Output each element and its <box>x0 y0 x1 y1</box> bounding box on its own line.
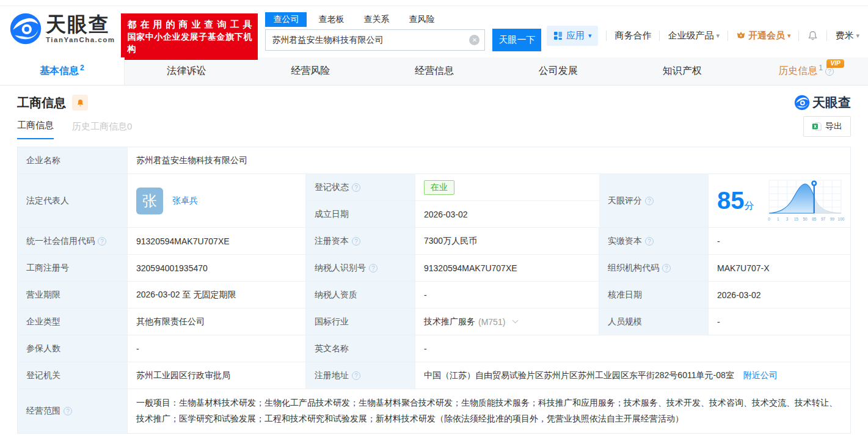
field-label-organization-code: 组织机构代码 ? <box>599 255 709 282</box>
avatar[interactable]: 张 <box>136 188 163 214</box>
field-label-insured-count: 参保人数 <box>18 335 128 362</box>
tab-business-info-label: 经营信息 <box>415 65 454 78</box>
label-text: 核准日期 <box>608 290 642 301</box>
watermark-logo-icon <box>794 95 810 111</box>
field-label-approval-date: 核准日期 <box>599 282 709 308</box>
label-text: 注册资本 <box>315 236 349 247</box>
table-row: 企业名称 苏州君益安生物科技有限公司 <box>18 147 850 174</box>
field-label-establishment-date: 成立日期 <box>306 201 415 228</box>
nav-enterprise-products[interactable]: 企业级产品 ▾ <box>668 30 720 42</box>
tab-business-risk[interactable]: 经营风险 <box>249 57 373 85</box>
help-icon[interactable]: ? <box>98 237 106 246</box>
legal-representative-link[interactable]: 张卓兵 <box>172 195 198 206</box>
value-text: - <box>136 344 139 354</box>
watermark-logo-text: 天眼查 <box>812 94 851 111</box>
brand-logo-icon <box>9 12 42 45</box>
value-text: 苏州君益安生物科技有限公司 <box>136 155 247 166</box>
subtab-history-registration-info[interactable]: 历史工商信息0 <box>72 121 132 139</box>
chevron-down-icon[interactable] <box>512 317 519 323</box>
label-text: 营业期限 <box>26 290 60 301</box>
tab-business-info[interactable]: 经营信息 <box>373 57 497 85</box>
apps-menu-label: 应用 <box>566 30 585 42</box>
nav-open-vip[interactable]: 开通会员 ▾ <box>736 30 791 42</box>
search-input[interactable] <box>265 29 485 51</box>
label-text: 企业类型 <box>26 316 60 327</box>
bell-icon <box>807 30 819 42</box>
field-label-registration-number: 工商注册号 <box>18 255 128 282</box>
tab-company-development[interactable]: 公司发展 <box>496 57 620 85</box>
help-icon[interactable]: ? <box>825 67 834 76</box>
field-label-business-term: 营业期限 <box>18 282 128 308</box>
field-value-company-name: 苏州君益安生物科技有限公司 <box>128 147 850 174</box>
notification-bell[interactable] <box>807 30 819 42</box>
label-text: 企业名称 <box>26 155 60 166</box>
value-text: 91320594MAK7U707XE <box>424 263 517 273</box>
nav-business-coop[interactable]: 商务合作 <box>615 30 651 42</box>
help-icon[interactable]: ? <box>64 407 72 415</box>
help-icon[interactable]: ? <box>352 183 360 192</box>
tab-history-info[interactable]: VIP 历史信息 1 ? <box>744 57 868 85</box>
header: 天眼查 TianYanCha.com 都在用的商业查询工具 国家中小企业发展子基… <box>0 6 868 55</box>
value-text: - <box>717 317 720 327</box>
search-area: 查公司 查老板 查关系 查风险 ✕ 天眼一下 <box>265 12 541 51</box>
score-unit: 分 <box>745 200 754 211</box>
help-icon[interactable]: ? <box>662 264 671 272</box>
svg-text:85: 85 <box>812 217 817 221</box>
field-label-registered-address: 注册地址 ? <box>306 362 415 389</box>
nearby-companies-link[interactable]: 附近公司 <box>743 370 778 381</box>
nav-open-vip-label: 开通会员 <box>748 30 785 42</box>
search-button[interactable]: 天眼一下 <box>492 29 541 51</box>
field-value-english-name: - <box>415 335 850 362</box>
crown-icon <box>736 31 746 40</box>
value-text: 中国（江苏）自由贸易试验片区苏州片区苏州工业园区东平街282号6011单元-08… <box>424 370 734 381</box>
help-icon[interactable]: ? <box>645 237 654 246</box>
table-row: 营业期限 2026-03-02 至 无固定期限 纳税人资质 - 核准日期 202… <box>18 282 850 308</box>
score-distribution-chart: 0 1 3 15 50 85 97 99 100 <box>765 178 845 224</box>
apps-menu[interactable]: 应用 ▾ <box>547 26 599 46</box>
svg-text:0: 0 <box>768 217 770 221</box>
search-tab-company[interactable]: 查公司 <box>265 12 307 27</box>
tab-basic-info-label: 基本信息 <box>40 65 79 78</box>
tab-legal-proceedings[interactable]: 法律诉讼 <box>125 57 249 85</box>
tab-intellectual-property[interactable]: 知识产权 <box>620 57 744 85</box>
field-value-company-type: 其他有限责任公司 <box>128 308 306 335</box>
nav-divider <box>826 31 827 41</box>
svg-text:97: 97 <box>821 217 826 221</box>
field-label-registered-capital: 注册资本 ? <box>306 228 415 255</box>
export-button[interactable]: 导出 <box>803 116 851 137</box>
brand-logo[interactable]: 天眼查 TianYanCha.com <box>9 12 115 45</box>
svg-text:99: 99 <box>830 217 835 221</box>
label-text: 工商注册号 <box>26 263 69 274</box>
help-icon[interactable]: ? <box>352 237 360 246</box>
tab-business-risk-label: 经营风险 <box>291 65 330 78</box>
nav-username[interactable]: 费米 ▾ <box>835 30 859 42</box>
tab-basic-info[interactable]: 基本信息 2 <box>0 57 125 85</box>
search-tab-risk[interactable]: 查风险 <box>401 12 442 27</box>
field-value-credit-code: 91320594MAK7U707XE <box>128 228 306 255</box>
score-number: 85 <box>717 187 745 214</box>
help-icon[interactable]: ? <box>645 197 654 205</box>
help-icon[interactable]: ? <box>369 264 377 272</box>
top-divider <box>0 0 868 6</box>
industry-code: (M751) <box>478 317 505 327</box>
value-text: 7300万人民币 <box>424 236 477 247</box>
search-tab-boss[interactable]: 查老板 <box>310 12 352 27</box>
nav-divider <box>798 31 799 41</box>
vip-badge: VIP <box>826 59 844 68</box>
field-label-company-type: 企业类型 <box>18 308 128 335</box>
field-value-taxpayer-id: 91320594MAK7U707XE <box>415 255 599 282</box>
label-text: 国标行业 <box>315 316 349 327</box>
search-tab-relation[interactable]: 查关系 <box>356 12 397 27</box>
bell-icon <box>76 98 85 108</box>
nav-username-label: 费米 <box>835 30 853 42</box>
value-text: MAK7U707-X <box>717 263 770 273</box>
help-icon[interactable]: ? <box>352 371 360 380</box>
label-text: 纳税人识别号 <box>315 263 366 274</box>
subscribe-alert-button[interactable] <box>72 95 88 111</box>
label-text: 参保人数 <box>26 343 60 354</box>
label-text: 经营范围 <box>26 406 60 417</box>
tab-intellectual-property-label: 知识产权 <box>663 65 702 78</box>
field-label-staff-size: 人员规模 <box>599 308 709 335</box>
status-badge: 在业 <box>424 180 454 195</box>
subtab-registration-info[interactable]: 工商信息 <box>17 120 54 139</box>
